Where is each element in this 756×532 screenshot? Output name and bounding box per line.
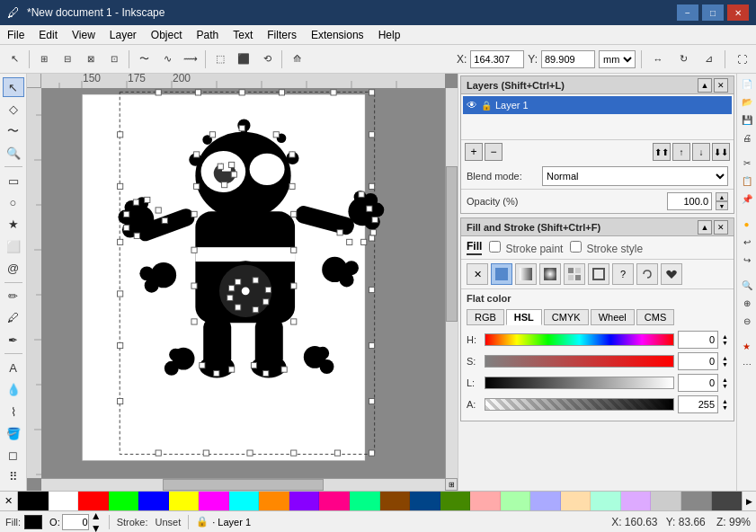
rt-btn-10[interactable]: ↪ bbox=[739, 252, 755, 268]
menu-text[interactable]: Text bbox=[226, 27, 260, 43]
o-spin-up[interactable]: ▲ bbox=[91, 510, 102, 522]
s-slider-track[interactable] bbox=[485, 355, 674, 368]
l-value-input[interactable] bbox=[678, 374, 718, 392]
h-value-input[interactable] bbox=[678, 331, 718, 349]
tool-opt1[interactable]: ⊞ bbox=[33, 49, 55, 70]
palette-color-swatch[interactable] bbox=[350, 492, 380, 510]
rt-btn-6[interactable]: 📋 bbox=[739, 173, 755, 189]
l-spin-down[interactable]: ▼ bbox=[722, 383, 728, 389]
remove-layer-btn[interactable]: − bbox=[485, 143, 503, 161]
rect-tool[interactable]: ▭ bbox=[3, 171, 24, 191]
palette-color-swatch[interactable] bbox=[169, 492, 200, 510]
palette-color-swatch[interactable] bbox=[49, 492, 79, 510]
transform-btn2[interactable]: ↻ bbox=[672, 49, 694, 70]
tool-arrow[interactable]: ↖ bbox=[4, 49, 25, 70]
layers-nav-btn3[interactable]: ↓ bbox=[692, 143, 710, 161]
stroke-paint-check[interactable] bbox=[489, 241, 501, 253]
opacity-spin-down[interactable]: ▼ bbox=[716, 201, 728, 210]
stroke-style-tab[interactable]: Stroke style bbox=[570, 241, 643, 255]
fill-swatch[interactable] bbox=[24, 515, 42, 529]
maximize-button[interactable]: □ bbox=[702, 4, 724, 21]
tool-opt4[interactable]: ⊡ bbox=[103, 49, 125, 70]
zoom-fit-btn[interactable]: ⛶ bbox=[731, 49, 752, 70]
palette-color-swatch[interactable] bbox=[109, 492, 139, 510]
fill-pattern-btn[interactable] bbox=[564, 263, 585, 285]
canvas-content[interactable] bbox=[41, 88, 445, 478]
palette-color-swatch[interactable] bbox=[229, 492, 260, 510]
palette-color-swatch[interactable] bbox=[712, 492, 743, 510]
fill-heart-btn[interactable] bbox=[661, 263, 682, 285]
layers-minimize-btn[interactable]: ▲ bbox=[698, 78, 712, 93]
color-tab-rgb[interactable]: RGB bbox=[467, 309, 504, 325]
color-tab-hsl[interactable]: HSL bbox=[506, 309, 542, 325]
menu-filters[interactable]: Filters bbox=[260, 27, 304, 43]
opacity-input[interactable] bbox=[667, 192, 712, 210]
scroll-corner[interactable]: ⊞ bbox=[445, 478, 458, 491]
h-slider-track[interactable] bbox=[485, 333, 674, 346]
layers-nav-btn2[interactable]: ↑ bbox=[672, 143, 690, 161]
rt-btn-14[interactable]: ★ bbox=[739, 338, 755, 354]
scrollbar-vertical[interactable] bbox=[445, 88, 458, 478]
tool-opt3[interactable]: ⊠ bbox=[80, 49, 102, 70]
h-spin-up[interactable]: ▲ bbox=[722, 333, 728, 340]
3d-tool[interactable]: ⬜ bbox=[3, 236, 24, 256]
scrollbar-v-thumb[interactable] bbox=[446, 166, 458, 323]
rt-btn-11[interactable]: 🔍 bbox=[739, 277, 755, 293]
stroke-style-check[interactable] bbox=[570, 241, 582, 253]
o-spin-down[interactable]: ▼ bbox=[91, 522, 102, 533]
fill-unknown-btn[interactable]: ? bbox=[612, 263, 634, 285]
rt-btn-1[interactable]: 📄 bbox=[739, 75, 755, 92]
a-slider-track[interactable] bbox=[485, 398, 674, 411]
fill-stroke-minimize-btn[interactable]: ▲ bbox=[698, 220, 712, 235]
palette-color-swatch[interactable] bbox=[199, 492, 229, 510]
menu-layer[interactable]: Layer bbox=[102, 27, 144, 43]
rt-btn-7[interactable]: 📌 bbox=[739, 191, 755, 207]
rt-btn-5[interactable]: ✂ bbox=[739, 155, 755, 171]
pencil-tool[interactable]: ✏ bbox=[3, 287, 24, 306]
palette-color-swatch[interactable] bbox=[621, 492, 652, 510]
menu-edit[interactable]: Edit bbox=[31, 27, 65, 43]
tool-opt5[interactable]: 〜 bbox=[133, 49, 155, 70]
rt-btn-8[interactable]: ● bbox=[739, 216, 755, 232]
tool-opt11[interactable]: ⟰ bbox=[286, 49, 307, 70]
fill-flat-btn[interactable] bbox=[491, 263, 512, 285]
blend-select[interactable]: Normal bbox=[542, 166, 728, 186]
palette-color-swatch[interactable] bbox=[18, 492, 49, 510]
color-tab-cmyk[interactable]: CMYK bbox=[544, 309, 589, 325]
s-spin-down[interactable]: ▼ bbox=[722, 361, 728, 368]
layers-nav-btn4[interactable]: ⬇⬇ bbox=[712, 143, 730, 161]
star-tool[interactable]: ★ bbox=[3, 215, 24, 235]
rt-btn-4[interactable]: 🖨 bbox=[739, 129, 755, 146]
o-input[interactable] bbox=[62, 514, 89, 530]
s-spin-up[interactable]: ▲ bbox=[722, 355, 728, 361]
tool-opt9[interactable]: ⬛ bbox=[233, 49, 254, 70]
unit-select[interactable]: mm bbox=[599, 50, 636, 68]
menu-extensions[interactable]: Extensions bbox=[304, 27, 371, 43]
rt-btn-2[interactable]: 📂 bbox=[739, 93, 755, 110]
scrollbar-horizontal[interactable] bbox=[41, 478, 445, 491]
layer-item[interactable]: 👁 🔒 Layer 1 bbox=[463, 96, 732, 114]
l-slider-track[interactable] bbox=[485, 377, 674, 389]
h-spin-down[interactable]: ▼ bbox=[722, 340, 728, 346]
menu-file[interactable]: File bbox=[0, 27, 31, 43]
pen-tool[interactable]: 🖊 bbox=[3, 308, 24, 328]
palette-color-swatch[interactable] bbox=[530, 492, 561, 510]
palette-color-swatch[interactable] bbox=[380, 492, 411, 510]
palette-color-swatch[interactable] bbox=[259, 492, 289, 510]
rt-btn-13[interactable]: ⊖ bbox=[739, 313, 755, 329]
text-tool[interactable]: A bbox=[3, 358, 24, 377]
l-spin-up[interactable]: ▲ bbox=[722, 377, 728, 383]
rt-btn-12[interactable]: ⊕ bbox=[739, 295, 755, 311]
dropper-tool[interactable]: 💧 bbox=[3, 380, 24, 400]
palette-color-swatch[interactable] bbox=[440, 492, 471, 510]
stroke-paint-tab[interactable]: Stroke paint bbox=[489, 241, 563, 255]
spray-tool[interactable]: ⠿ bbox=[3, 467, 24, 487]
y-input[interactable] bbox=[541, 50, 595, 68]
palette-color-swatch[interactable] bbox=[681, 492, 712, 510]
circle-tool[interactable]: ○ bbox=[3, 192, 24, 212]
layers-close-btn[interactable]: ✕ bbox=[714, 78, 728, 93]
x-input[interactable] bbox=[470, 50, 524, 68]
menu-path[interactable]: Path bbox=[190, 27, 227, 43]
tweak-tool[interactable]: 〜 bbox=[3, 121, 24, 141]
tool-opt6[interactable]: ∿ bbox=[156, 49, 178, 70]
